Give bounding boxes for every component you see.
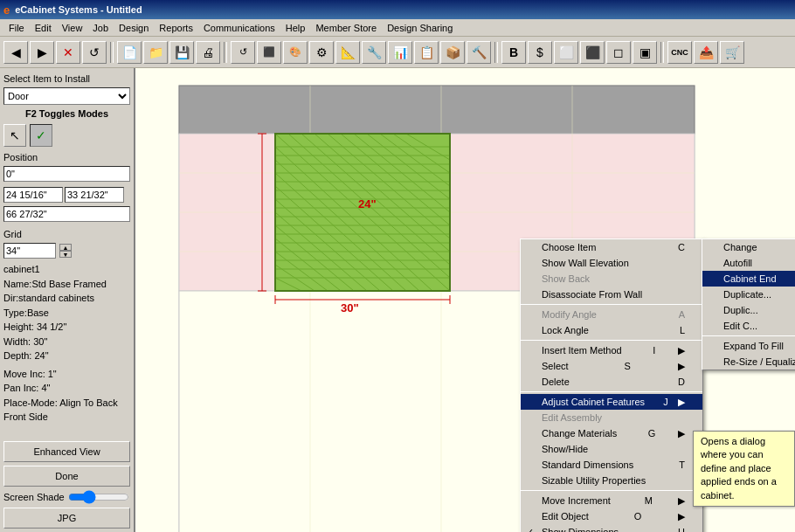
tooltip-box: Opens a dialog where you can define and … (693, 431, 795, 507)
cabinet-width: Width: 30" (3, 335, 130, 349)
ctx-disassociate[interactable]: Disassociate From Wall (521, 287, 702, 302)
ctx-select-label: Select (542, 361, 569, 371)
sub-change[interactable]: Change A ▶ (702, 239, 795, 255)
ctx-show-hide[interactable]: Show/Hide (521, 441, 702, 457)
forward-button[interactable]: ▶ (30, 41, 54, 64)
sub-duplicate1[interactable]: Duplicate... (702, 287, 795, 302)
sub-autofill[interactable]: Autofill F (702, 255, 795, 271)
menu-edit[interactable]: Edit (30, 21, 57, 35)
tool-h[interactable]: 📋 (414, 41, 439, 64)
enhanced-view-button[interactable]: Enhanced View (3, 441, 130, 462)
grid-up[interactable]: ▲ (59, 244, 72, 251)
tool-e[interactable]: 📐 (335, 41, 360, 64)
toolbar-sep-3 (494, 42, 498, 63)
tool-c[interactable]: 🎨 (283, 41, 308, 64)
ctx-show-wall-label: Show Wall Elevation (542, 258, 629, 268)
sub-expand[interactable]: Expand To Fill X (702, 338, 795, 354)
tool-a[interactable]: ↺ (231, 41, 255, 64)
ctx-show-back-label: Show Back (542, 273, 590, 284)
grid-input[interactable] (3, 243, 56, 259)
done-button[interactable]: Done (3, 466, 130, 487)
ctx-disassociate-label: Disassociate From Wall (542, 289, 642, 300)
ctx-delete[interactable]: Delete D (521, 374, 702, 390)
ctx-edit-object[interactable]: Edit Object O ▶ (521, 508, 702, 524)
tool-m[interactable]: ◻ (606, 41, 631, 64)
ctx-show-hide-label: Show/Hide (542, 444, 588, 454)
ctx-choose-item-shortcut: C (678, 242, 685, 252)
ctx-show-dims[interactable]: ✓ Show Dimensions H (521, 524, 702, 532)
menu-file[interactable]: File (3, 21, 30, 35)
jpg-button[interactable]: JPG (3, 508, 130, 529)
sub-resize[interactable]: Re-Size / Equalize S (702, 354, 795, 370)
tool-b[interactable]: ⬛ (257, 41, 281, 64)
tool-l[interactable]: ⬛ (580, 41, 605, 64)
sub-duplicate2-label: Duplic... (723, 305, 758, 315)
ctx-insert-item[interactable]: Insert Item Method I ▶ (521, 342, 702, 358)
ctx-standard-dims-shortcut: T (679, 459, 685, 470)
tool-f[interactable]: 🔧 (362, 41, 386, 64)
ctx-sep-4 (521, 490, 702, 491)
tool-o[interactable]: 📤 (694, 41, 718, 64)
cnc-button[interactable]: CNC (667, 41, 692, 64)
ctx-change-materials[interactable]: Change Materials G ▶ (521, 425, 702, 441)
print-button[interactable]: 🖨 (196, 41, 220, 64)
tool-i[interactable]: 📦 (440, 41, 465, 64)
ctx-edit-assembly: Edit Assembly (521, 410, 702, 425)
tool-j[interactable]: 🔨 (467, 41, 491, 64)
sub-duplicate2[interactable]: Duplic... (702, 302, 795, 318)
position-input-2[interactable] (3, 187, 63, 203)
back-button[interactable]: ◀ (3, 41, 28, 64)
ctx-edit-assembly-label: Edit Assembly (542, 412, 602, 423)
draw-tool[interactable]: ✓ (30, 124, 52, 147)
tool-d[interactable]: ⚙ (309, 41, 334, 64)
ctx-insert-item-shortcut: I (653, 345, 655, 356)
canvas-area[interactable]: 24" 30" Choose Item C Show Wall Elevatio… (135, 68, 795, 532)
ctx-lock-angle[interactable]: Lock Angle L (521, 322, 702, 338)
position-input-1[interactable] (3, 166, 130, 182)
ctx-show-wall[interactable]: Show Wall Elevation (521, 255, 702, 271)
position-input-3[interactable] (65, 187, 124, 203)
tool-g[interactable]: 📊 (388, 41, 412, 64)
menu-reports[interactable]: Reports (154, 21, 198, 35)
grid-row: ▲ ▼ (3, 243, 130, 259)
bold-button[interactable]: B (501, 41, 526, 64)
menu-help[interactable]: Help (280, 21, 311, 35)
ctx-standard-dims[interactable]: Standard Dimensions T (521, 457, 702, 473)
bottom-buttons: Enhanced View Done Screen Shade JPG (3, 441, 130, 529)
tool-n[interactable]: ▣ (633, 41, 657, 64)
screen-shade-slider[interactable] (68, 490, 129, 504)
tooltip-text: Opens a dialog where you can define and … (701, 436, 777, 501)
ctx-select[interactable]: Select S ▶ (521, 358, 702, 374)
ctx-sizable[interactable]: Sizable Utility Properties (521, 473, 702, 488)
sub-edit-c[interactable]: Edit C... (702, 318, 795, 334)
undo-button[interactable]: ↺ (82, 41, 107, 64)
open-button[interactable]: 📁 (143, 41, 168, 64)
ctx-adjust-cabinet[interactable]: Adjust Cabinet Features J ▶ (521, 394, 702, 410)
stop-button[interactable]: ✕ (56, 41, 80, 64)
ctx-choose-item[interactable]: Choose Item C (521, 239, 702, 255)
save-button[interactable]: 💾 (169, 41, 194, 64)
ctx-move-increment[interactable]: Move Increment M ▶ (521, 493, 702, 508)
menu-view[interactable]: View (57, 21, 88, 35)
tool-k[interactable]: ⬜ (554, 41, 578, 64)
ctx-adjust-cabinet-arrow: ▶ (678, 397, 685, 408)
menu-member-store[interactable]: Member Store (310, 21, 382, 35)
cabinet-type: Type:Base (3, 306, 130, 321)
menu-design-sharing[interactable]: Design Sharing (382, 21, 458, 35)
position-input-4[interactable] (3, 206, 130, 222)
dollar-button[interactable]: $ (528, 41, 552, 64)
sub-cabinet-end[interactable]: Cabinet End C (702, 271, 795, 287)
position-row (3, 187, 130, 203)
tool-p[interactable]: 🛒 (720, 41, 744, 64)
ctx-sep-2 (521, 340, 702, 341)
new-button[interactable]: 📄 (117, 41, 142, 64)
menu-job[interactable]: Job (87, 21, 114, 35)
menu-design[interactable]: Design (114, 21, 154, 35)
toolbar-sep-2 (224, 42, 227, 63)
pointer-tool[interactable]: ↖ (3, 124, 26, 147)
menu-communications[interactable]: Communications (198, 21, 280, 35)
item-select[interactable]: Door (3, 87, 130, 105)
ctx-select-arrow: ▶ (678, 361, 685, 372)
grid-spinner: ▲ ▼ (59, 244, 72, 258)
grid-down[interactable]: ▼ (59, 251, 72, 258)
